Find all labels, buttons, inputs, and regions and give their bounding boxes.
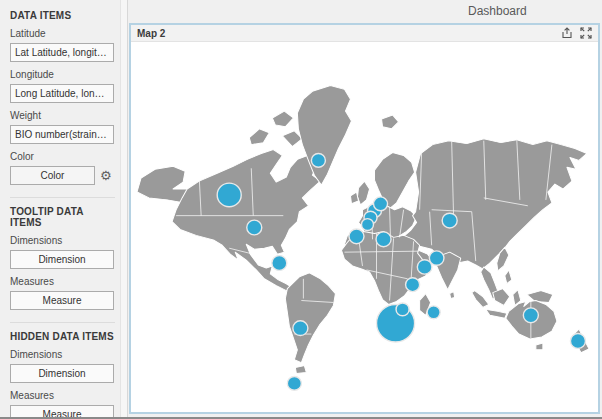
- maximize-icon[interactable]: [580, 27, 592, 39]
- tooltip-dimensions-label: Dimensions: [10, 235, 115, 246]
- app-window: DATA ITEMS Latitude Lat Latitude, longit…: [0, 0, 602, 417]
- tooltip-measures-label: Measures: [10, 276, 115, 287]
- map-bubble[interactable]: [374, 197, 388, 211]
- land-tasmania: [536, 343, 543, 350]
- map-bubble[interactable]: [287, 376, 301, 390]
- tooltip-data-items-header: TOOLTIP DATA ITEMS: [10, 206, 115, 228]
- map-bubble[interactable]: [442, 213, 457, 228]
- hidden-data-items-header: HIDDEN DATA ITEMS: [10, 331, 115, 342]
- land-north-america: [172, 150, 320, 291]
- section-divider: [10, 322, 115, 323]
- land-java: [486, 309, 507, 318]
- map-canvas: [131, 42, 598, 412]
- hidden-measures-label: Measures: [10, 390, 115, 401]
- land-south-america: [285, 273, 335, 363]
- land-philippines: [505, 270, 512, 284]
- land-ireland: [350, 192, 358, 204]
- latitude-label: Latitude: [10, 28, 115, 39]
- map-bubble[interactable]: [417, 260, 432, 274]
- topbar: Dashboard: [128, 0, 602, 23]
- map-bubble[interactable]: [293, 321, 308, 336]
- map-bubble[interactable]: [427, 306, 440, 319]
- land-arctic-island: [249, 129, 269, 145]
- tooltip-measure-button[interactable]: Measure: [10, 291, 114, 310]
- land-tierra-del-fuego: [295, 366, 306, 374]
- color-label: Color: [10, 151, 115, 162]
- map-bubble[interactable]: [311, 153, 325, 167]
- map-panel-header: Map 2: [131, 25, 598, 42]
- tab-dashboard[interactable]: Dashboard: [468, 4, 527, 18]
- map-panel: Map 2: [129, 23, 600, 414]
- map-bubble[interactable]: [247, 220, 262, 235]
- export-icon[interactable]: [561, 27, 573, 39]
- map-bubble[interactable]: [217, 183, 241, 207]
- section-divider: [10, 197, 115, 198]
- color-button[interactable]: Color: [10, 166, 95, 185]
- longitude-label: Longitude: [10, 69, 115, 80]
- land-asia: [403, 139, 587, 269]
- land-uk: [357, 181, 369, 205]
- world-map-land: [137, 85, 589, 373]
- main-area: Dashboard Map 2: [128, 0, 602, 417]
- world-map: [131, 42, 598, 412]
- tooltip-dimension-button[interactable]: Dimension: [10, 250, 114, 269]
- gear-icon[interactable]: ⚙: [100, 169, 112, 183]
- map-bubble[interactable]: [396, 303, 409, 316]
- land-sri-lanka: [450, 292, 455, 299]
- latitude-field-button[interactable]: Lat Latitude, longitude...: [10, 43, 114, 62]
- sidebar-scrollbar[interactable]: [120, 0, 127, 417]
- map-bubble[interactable]: [523, 308, 538, 323]
- land-arctic-island: [272, 111, 293, 127]
- hidden-dimensions-label: Dimensions: [10, 349, 115, 360]
- weight-label: Weight: [10, 110, 115, 121]
- land-sumatra: [472, 291, 489, 308]
- map-bubble[interactable]: [406, 278, 420, 292]
- map-bubble[interactable]: [376, 232, 391, 247]
- map-bubble[interactable]: [361, 219, 373, 231]
- sidebar: DATA ITEMS Latitude Lat Latitude, longit…: [0, 0, 128, 417]
- land-borneo: [493, 289, 510, 306]
- hidden-measure-button[interactable]: Measure: [10, 405, 114, 419]
- map-bubble[interactable]: [272, 256, 287, 271]
- map-bubble[interactable]: [570, 334, 585, 349]
- longitude-field-button[interactable]: Long Latitude, longitu...: [10, 84, 114, 103]
- data-items-header: DATA ITEMS: [10, 10, 115, 21]
- map-bubble[interactable]: [349, 229, 364, 244]
- hidden-dimension-button[interactable]: Dimension: [10, 364, 114, 383]
- weight-field-button[interactable]: BIO number(strains.na...: [10, 125, 114, 144]
- map-panel-title: Map 2: [137, 28, 165, 39]
- land-new-guinea: [527, 291, 553, 303]
- land-iceland: [382, 115, 399, 129]
